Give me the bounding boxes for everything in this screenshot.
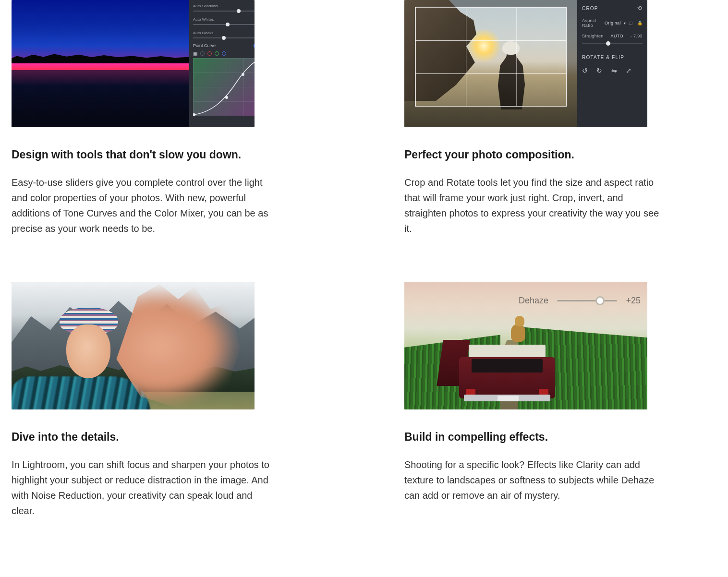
- face: [66, 325, 110, 378]
- vintage-car: [459, 345, 555, 407]
- card-title: Dive into the details.: [12, 431, 324, 444]
- sweater-sleeve: [12, 376, 151, 409]
- svg-point-0: [193, 113, 195, 116]
- flip-horizontal-icon[interactable]: ⇋: [611, 67, 617, 74]
- straighten-label: Straighten: [582, 34, 604, 38]
- feature-card-design: Auto Shadows0 Auto Whites0 Auto Blacks0 …: [12, 0, 324, 236]
- dehaze-label: Dehaze: [519, 296, 548, 306]
- dehaze-value: +25: [626, 296, 641, 306]
- card-title: Design with tools that don't slow you do…: [12, 148, 324, 161]
- panel-heading: CROP: [582, 6, 598, 11]
- slider-label: Auto Shadows: [193, 4, 218, 8]
- crop-dim: [567, 0, 577, 127]
- card-body: Shooting for a specific look? Effects li…: [404, 457, 664, 503]
- feature-card-effects: Dehaze +25 Build in compelling effects. …: [404, 282, 716, 518]
- auto-label[interactable]: AUTO: [611, 34, 623, 38]
- rotate-right-icon[interactable]: ↻: [596, 67, 602, 74]
- channel-dot[interactable]: [200, 51, 205, 56]
- crop-panel: CROP ⟲ Aspect Ratio Original ▾ ▢ 🔒 Strai…: [577, 0, 647, 127]
- channel-dot[interactable]: [207, 51, 212, 56]
- card-title: Build in compelling effects.: [404, 431, 716, 444]
- tail-light: [466, 389, 475, 395]
- panel-subheading: ROTATE & FLIP: [582, 55, 643, 60]
- slider-label: Auto Blacks: [193, 31, 213, 35]
- rotate-left-icon[interactable]: ↺: [582, 67, 588, 74]
- feature-card-composition: CROP ⟲ Aspect Ratio Original ▾ ▢ 🔒 Strai…: [404, 0, 716, 236]
- dehaze-slider-overlay: Dehaze +25: [519, 291, 641, 310]
- svg-point-2: [242, 73, 244, 76]
- slider[interactable]: [193, 9, 255, 13]
- crop-frame-icon[interactable]: ▢: [629, 21, 633, 25]
- edit-panel: Auto Shadows0 Auto Whites0 Auto Blacks0 …: [189, 0, 255, 127]
- slider-label: Auto Whites: [193, 17, 214, 22]
- car-roof: [469, 345, 546, 358]
- aspect-label: Aspect Ratio: [582, 18, 602, 28]
- lock-icon[interactable]: 🔒: [637, 21, 643, 25]
- card-title: Perfect your photo composition.: [404, 148, 716, 161]
- thumbnail-crop: CROP ⟲ Aspect Ratio Original ▾ ▢ 🔒 Strai…: [404, 0, 647, 127]
- slider[interactable]: [193, 22, 255, 27]
- straighten-value: - 7.93: [631, 34, 643, 38]
- channel-picker[interactable]: ▦: [193, 51, 255, 56]
- channel-dot[interactable]: [215, 51, 219, 56]
- license-plate: [497, 396, 519, 401]
- flip-vertical-icon[interactable]: ⤢: [626, 67, 631, 74]
- card-body: Crop and Rotate tools let you find the s…: [404, 175, 664, 236]
- crop-dim: [415, 107, 567, 127]
- card-body: Easy-to-use sliders give you complete co…: [12, 175, 271, 236]
- svg-point-1: [225, 96, 228, 99]
- channel-dot[interactable]: [222, 51, 226, 56]
- tail-light: [539, 389, 548, 395]
- chevron-down-icon[interactable]: ▾: [624, 21, 626, 25]
- thumbnail-sliders: Auto Shadows0 Auto Whites0 Auto Blacks0 …: [12, 0, 255, 127]
- thumbnail-dehaze: Dehaze +25: [404, 282, 647, 409]
- car-window: [472, 359, 543, 373]
- grid-icon[interactable]: ▦: [193, 51, 197, 56]
- feature-card-details: Dive into the details. In Lightroom, you…: [12, 282, 324, 518]
- crop-overlay[interactable]: [415, 7, 567, 107]
- dehaze-slider[interactable]: [557, 300, 617, 301]
- straighten-slider[interactable]: [582, 40, 643, 46]
- slider[interactable]: [193, 36, 255, 40]
- water-reflection: [12, 70, 189, 127]
- dog-on-roof: [507, 316, 529, 346]
- toggle-icon[interactable]: [254, 44, 255, 48]
- thumbnail-portrait: [12, 282, 255, 409]
- section-label: Point Curve: [193, 43, 216, 48]
- curve-grid[interactable]: [193, 58, 255, 116]
- card-body: In Lightroom, you can shift focus and sh…: [12, 457, 271, 518]
- tone-curve[interactable]: [193, 58, 255, 116]
- aspect-value[interactable]: Original: [605, 21, 621, 25]
- reset-icon[interactable]: ⟲: [637, 5, 643, 12]
